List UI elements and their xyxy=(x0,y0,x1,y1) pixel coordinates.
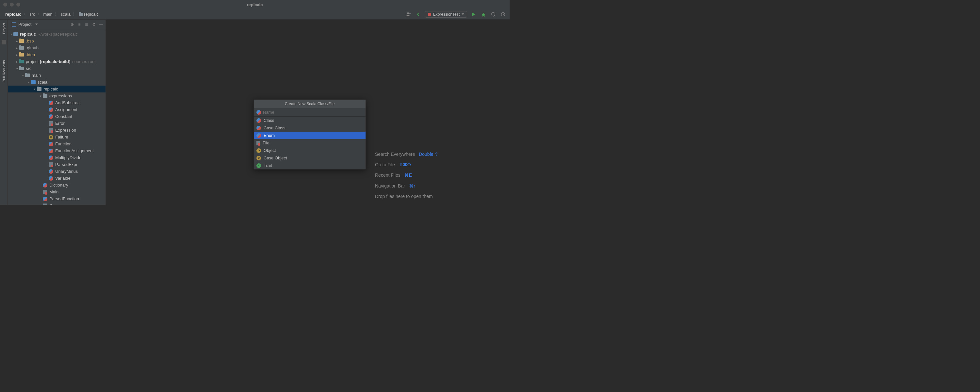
gutter-tab-project[interactable]: Project xyxy=(2,21,6,36)
settings-gear-icon[interactable]: ⚙ xyxy=(91,22,96,27)
popup-option-trait[interactable]: TTrait xyxy=(254,162,366,169)
tree-folder-idea[interactable]: ▸ .idea xyxy=(8,51,105,58)
case-object-icon: O xyxy=(256,156,261,160)
breadcrumb-pkg[interactable]: replcalc xyxy=(79,12,99,17)
breadcrumb-src[interactable]: src xyxy=(29,12,35,17)
tree-file-parsedfunction[interactable]: ParsedFunction xyxy=(8,195,105,202)
breadcrumbs[interactable]: replcalc 〉 src 〉 main 〉 scala 〉 replcalc xyxy=(5,11,99,17)
svg-point-0 xyxy=(407,13,409,14)
tree-file-main[interactable]: Main xyxy=(8,188,105,195)
navigation-bar: replcalc 〉 src 〉 main 〉 scala 〉 replcalc… xyxy=(0,9,510,20)
project-view-selector[interactable]: Project xyxy=(10,21,40,28)
hint-navbar: Navigation Bar xyxy=(375,181,405,191)
zoom-window-icon[interactable] xyxy=(16,3,20,6)
new-scala-class-popup: Create New Scala Class/File Class Case C… xyxy=(253,99,366,169)
hint-goto: Go to File xyxy=(375,159,395,170)
debug-button[interactable] xyxy=(480,11,487,18)
project-toolbar: ⊕ ≡ ≣ ⚙ — xyxy=(70,22,103,27)
gutter-tab-pull-requests[interactable]: Pull Requests xyxy=(2,58,6,84)
breadcrumb-scala[interactable]: scala xyxy=(61,12,70,17)
popup-type-list[interactable]: Class Case Class Enum File OObject OCase… xyxy=(254,116,366,169)
tree-folder-project[interactable]: ▸ project [replcalc-build] sources root xyxy=(8,58,105,65)
chevron-down-icon xyxy=(35,24,38,25)
welcome-hints: Search EverywhereDouble ⇧ Go to File⇧⌘O … xyxy=(375,149,438,202)
hint-search: Search Everywhere xyxy=(375,149,415,159)
hint-recent: Recent Files xyxy=(375,170,401,180)
tree-folder-main[interactable]: ▾ main xyxy=(8,72,105,79)
close-window-icon[interactable] xyxy=(3,3,7,6)
tree-root[interactable]: ▾ replcalc ~/workspace/replcalc xyxy=(8,31,105,38)
popup-input-row[interactable] xyxy=(254,108,366,116)
tree-folder-expressions[interactable]: ▾ expressions xyxy=(8,92,105,99)
profiler-icon[interactable] xyxy=(500,11,506,18)
add-user-icon[interactable] xyxy=(406,11,412,18)
class-name-input[interactable] xyxy=(263,110,363,115)
coverage-icon[interactable] xyxy=(490,11,496,18)
tree-folder-replcalc-pkg[interactable]: ▾ replcalc xyxy=(8,86,105,92)
folder-icon xyxy=(79,13,83,16)
locate-icon[interactable]: ⊕ xyxy=(70,22,75,27)
project-tool-window: Project ⊕ ≡ ≣ ⚙ — ▾ replcalc ~/workspace… xyxy=(8,20,106,205)
toolbar-right: ExpressionTest xyxy=(406,11,506,18)
main-area: Project Pull Requests Project ⊕ ≡ ≣ ⚙ — xyxy=(0,20,510,205)
tree-file-error[interactable]: Error xyxy=(8,120,105,127)
hide-icon[interactable]: — xyxy=(98,22,103,27)
tree-file-functionassignment[interactable]: FunctionAssignment xyxy=(8,147,105,154)
tree-file-variable[interactable]: Variable xyxy=(8,175,105,182)
run-config-selector[interactable]: ExpressionTest xyxy=(425,11,467,18)
editor-area: Search EverywhereDouble ⇧ Go to File⇧⌘O … xyxy=(106,20,510,205)
tree-file-parser[interactable]: Parser xyxy=(8,202,105,205)
breadcrumb-sep-icon: 〉 xyxy=(23,11,27,17)
trait-icon: T xyxy=(256,163,261,168)
project-tree[interactable]: ▾ replcalc ~/workspace/replcalc ▸ .bsp ▸… xyxy=(8,29,105,205)
breadcrumb-sep-icon: 〉 xyxy=(37,11,41,17)
chevron-down-icon xyxy=(461,13,464,15)
tree-file-multiplydivide[interactable]: MultiplyDivide xyxy=(8,154,105,161)
tree-file-dictionary[interactable]: Dictionary xyxy=(8,182,105,188)
popup-option-case-class[interactable]: Case Class xyxy=(254,124,366,132)
popup-option-enum[interactable]: Enum xyxy=(254,132,366,139)
tree-file-function[interactable]: Function xyxy=(8,140,105,147)
popup-option-class[interactable]: Class xyxy=(254,116,366,124)
title-bar: replcalc xyxy=(0,0,510,9)
breadcrumb-root[interactable]: replcalc xyxy=(5,12,21,17)
run-button[interactable] xyxy=(470,11,477,18)
collapse-all-icon[interactable]: ≣ xyxy=(84,22,89,27)
config-icon xyxy=(428,13,431,16)
object-icon: O xyxy=(256,148,261,153)
popup-option-case-object[interactable]: OCase Object xyxy=(254,154,366,162)
shortcut-navbar: ⌘↑ xyxy=(409,181,416,191)
project-icon xyxy=(12,22,16,27)
expand-all-icon[interactable]: ≡ xyxy=(77,22,82,27)
tree-file-unaryminus[interactable]: UnaryMinus xyxy=(8,168,105,175)
tree-folder-scala[interactable]: ▾ scala xyxy=(8,79,105,86)
gutter-folder-icon[interactable] xyxy=(2,40,6,45)
breadcrumb-main[interactable]: main xyxy=(43,12,52,17)
tree-folder-github[interactable]: ▸ .github xyxy=(8,45,105,51)
enum-icon xyxy=(256,133,261,138)
hint-drop: Drop files here to open them xyxy=(375,191,433,202)
minimize-window-icon[interactable] xyxy=(10,3,14,6)
breadcrumb-sep-icon: 〉 xyxy=(73,11,77,17)
tree-file-expression[interactable]: Expression xyxy=(8,127,105,134)
window-controls[interactable] xyxy=(3,3,20,6)
tree-folder-src[interactable]: ▾ src xyxy=(8,65,105,72)
tree-file-parsedexpr[interactable]: ParsedExpr xyxy=(8,161,105,168)
shortcut-search: Double ⇧ xyxy=(419,149,438,159)
case-class-icon xyxy=(256,126,261,130)
breadcrumb-sep-icon: 〉 xyxy=(54,11,59,17)
window-title: replcalc xyxy=(247,2,262,7)
popup-option-object[interactable]: OObject xyxy=(254,147,366,154)
scala-class-icon xyxy=(256,110,261,115)
tree-file-addsubstract[interactable]: AddSubstract xyxy=(8,99,105,106)
tree-folder-bsp[interactable]: ▸ .bsp xyxy=(8,38,105,45)
file-icon xyxy=(256,141,260,145)
undo-arrow-icon[interactable] xyxy=(415,11,422,18)
tree-file-failure[interactable]: OFailure xyxy=(8,134,105,140)
popup-option-file[interactable]: File xyxy=(254,139,366,147)
tree-file-assignment[interactable]: Assignment xyxy=(8,106,105,113)
class-icon xyxy=(256,118,261,123)
popup-title: Create New Scala Class/File xyxy=(254,100,366,108)
shortcut-recent: ⌘E xyxy=(404,170,412,180)
tree-file-constant[interactable]: Constant xyxy=(8,113,105,120)
